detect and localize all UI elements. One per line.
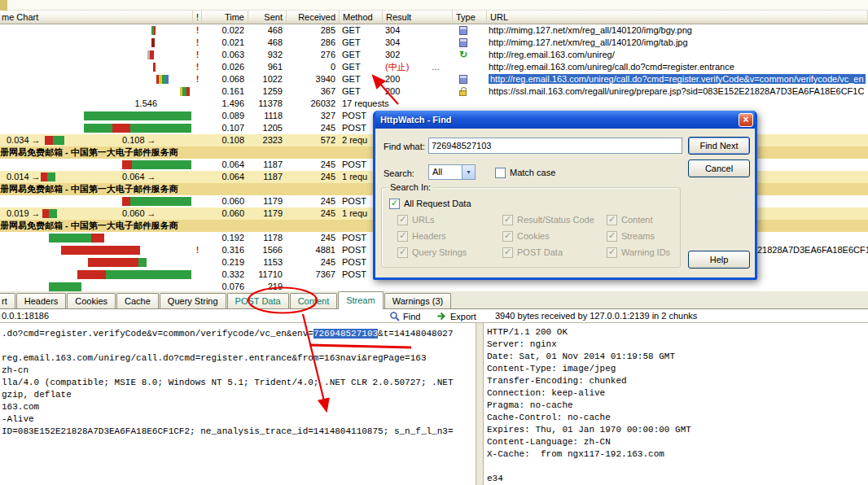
response-stream-pane[interactable]: HTTP/1.1 200 OKServer: nginxDate: Sat, 0… <box>484 323 868 485</box>
table-row[interactable]: 0.1611259367GET200https://ssl.mail.163.c… <box>0 85 868 98</box>
url-cell <box>487 281 489 291</box>
chart-bar <box>130 197 191 206</box>
chart-cell <box>0 122 193 134</box>
request-stream-line: zh-cn <box>2 365 476 377</box>
chart-bar <box>84 124 112 133</box>
tab-content[interactable]: Content <box>290 293 338 308</box>
find-button-label: Find <box>403 312 420 321</box>
table-row[interactable]: 1.5461.496113782603217 requests <box>0 98 868 110</box>
chart-bar <box>112 124 130 133</box>
column-header-me-chart[interactable]: me Chart <box>0 11 193 24</box>
warning-flag: ! <box>193 244 202 256</box>
table-row[interactable]: 0.076219 <box>0 281 868 291</box>
table-row[interactable]: !0.021468286GET304http://mimg.127.net/xm… <box>0 37 868 49</box>
chart-bar <box>138 258 147 267</box>
chart-cell: 0.034 →0.108 → <box>0 134 193 146</box>
warning-flag <box>193 85 202 98</box>
help-button[interactable]: Help <box>688 251 750 269</box>
find-dialog: HttpWatch - Find × Find what: Find Next … <box>373 111 757 280</box>
sent-cell: 2323 <box>248 134 287 146</box>
tab-stream[interactable]: Stream <box>338 291 383 309</box>
column-header-time[interactable]: Time <box>202 11 248 24</box>
find-what-input[interactable] <box>428 138 682 154</box>
tab-post-data[interactable]: POST Data <box>227 293 289 308</box>
result-cell: 302 <box>383 49 453 61</box>
warning-flag <box>193 171 202 183</box>
dialog-title-bar[interactable]: HttpWatch - Find × <box>375 111 755 129</box>
checkbox-label: URLs <box>412 215 435 225</box>
column-header-sent[interactable]: Sent <box>248 11 287 24</box>
method-cell: GET <box>340 37 383 49</box>
chart-bar <box>49 234 91 242</box>
search-in-label: Search In: <box>388 182 433 192</box>
tab-cookies[interactable]: Cookies <box>67 293 116 308</box>
received-cell: 285 <box>287 24 340 37</box>
time-cell: 0.161 <box>202 85 248 98</box>
checkbox-urls: ✓URLs <box>397 212 502 228</box>
chart-cell: 册网易免费邮箱 - 中国第一大电子邮件服务商 <box>0 183 193 195</box>
received-cell: 276 <box>287 49 340 61</box>
sent-cell: 1178 <box>248 232 287 244</box>
dialog-body: Find what: Find Next Search: All ▼ Match… <box>375 129 755 277</box>
sent-cell: 11710 <box>248 269 287 281</box>
tab-cache[interactable]: Cache <box>116 293 159 308</box>
table-row[interactable]: !0.06810223940GET200http://reg.email.163… <box>0 73 868 85</box>
dialog-title: HttpWatch - Find <box>380 115 452 125</box>
find-next-button[interactable]: Find Next <box>688 137 750 155</box>
url-cell <box>487 98 489 110</box>
all-request-data-checkbox[interactable]: ✓ All Request Data <box>389 195 471 212</box>
sent-cell: 1259 <box>248 85 287 98</box>
tab-rt[interactable]: rt <box>0 293 15 308</box>
request-stream-line: reg.email.163.com/unireg/call.do?cmd=reg… <box>2 352 476 365</box>
close-button[interactable]: × <box>739 113 753 127</box>
warning-flag: ! <box>193 73 202 85</box>
tab-query-string[interactable]: Query String <box>160 293 226 308</box>
export-button[interactable]: Export <box>436 310 476 322</box>
request-stream-pane[interactable]: .do?cmd=register.verifyCode&v=common/ver… <box>0 323 476 485</box>
column-header-result[interactable]: Result <box>383 11 453 24</box>
time-cell: 0.063 <box>202 49 248 61</box>
check-icon: ✓ <box>504 247 511 257</box>
table-row[interactable]: !0.0269610GET(中止)...http://reg.email.163… <box>0 61 868 73</box>
redirect-file-icon: ↻ <box>459 50 467 60</box>
chart-bar <box>132 160 191 169</box>
table-row[interactable]: !0.063932276GET302↻http://reg.email.163.… <box>0 49 868 61</box>
cancel-button[interactable]: Cancel <box>688 159 750 177</box>
chart-bar <box>45 136 53 145</box>
response-stream-line <box>487 461 868 473</box>
result-cell: 200 <box>383 85 453 98</box>
search-scope-select[interactable]: All ▼ <box>428 164 476 180</box>
chart-bar <box>186 87 190 96</box>
chart-bar <box>42 209 49 218</box>
table-row[interactable]: !0.022468285GET304http://mimg.127.net/xm… <box>0 24 868 37</box>
chart-bar <box>154 26 156 35</box>
find-what-label: Find what: <box>384 142 425 151</box>
column-header-method[interactable]: Method <box>340 11 383 24</box>
time-cell: 0.068 <box>202 73 248 85</box>
tab-headers[interactable]: Headers <box>16 293 67 308</box>
magnifier-icon <box>389 311 400 321</box>
column-header-![interactable]: ! <box>193 11 202 24</box>
time-cell: 0.219 <box>202 256 248 269</box>
warning-flag <box>193 220 202 232</box>
received-cell: 245 <box>287 171 340 183</box>
warning-flag <box>193 269 202 281</box>
column-header-type[interactable]: Type <box>453 11 487 24</box>
chart-cell <box>0 61 193 73</box>
match-case-checkbox[interactable]: Match case <box>495 164 555 181</box>
received-cell: 245 <box>287 195 340 208</box>
tab-warnings-3-[interactable]: Warnings (3) <box>384 293 452 308</box>
request-stream-line: ID=083E152E21828A7D3EA6FA18E6CF1CF2; ne_… <box>2 426 476 438</box>
find-button[interactable]: Find <box>389 310 420 322</box>
column-header-received[interactable]: Received <box>287 11 340 24</box>
type-cell <box>453 24 487 37</box>
checkbox-box: ✓ <box>389 199 400 209</box>
warning-flag <box>193 232 202 244</box>
column-header-url[interactable]: URL <box>487 11 868 24</box>
warning-flag <box>193 281 202 291</box>
checkbox-box <box>495 168 506 178</box>
received-cell: 572 <box>287 134 340 146</box>
pane-splitter[interactable] <box>476 323 484 485</box>
result-cell <box>383 281 453 291</box>
method-cell: GET <box>340 85 383 98</box>
